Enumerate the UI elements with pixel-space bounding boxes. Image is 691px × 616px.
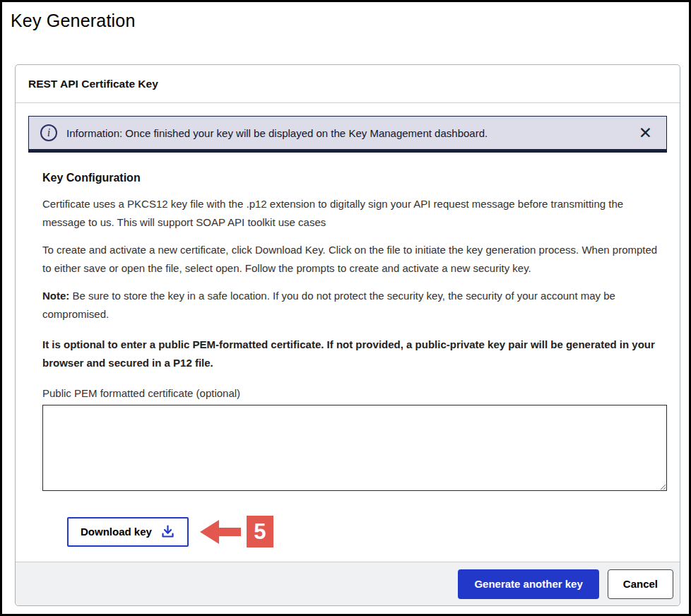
card-header: REST API Certificate Key xyxy=(16,65,680,103)
cancel-button[interactable]: Cancel xyxy=(608,569,673,599)
note-text: Be sure to store the key in a safe locat… xyxy=(42,290,615,320)
information-banner: i Information: Once finished your key wi… xyxy=(28,116,667,153)
download-key-label: Download key xyxy=(81,526,152,538)
arrow-left-icon xyxy=(200,520,241,544)
information-banner-text: Information: Once finished your key will… xyxy=(66,127,636,139)
download-row: Download key 5 xyxy=(67,516,667,547)
optional-pem-note: It is optional to enter a public PEM-for… xyxy=(42,336,667,372)
rest-api-certificate-card: REST API Certificate Key i Information: … xyxy=(15,64,680,606)
page-title: Key Generation xyxy=(11,11,136,31)
pem-textarea-label: Public PEM formatted certificate (option… xyxy=(42,387,667,399)
note-label: Note: xyxy=(42,290,69,302)
activation-instructions: To create and activate a new certificate… xyxy=(42,241,667,278)
download-icon xyxy=(160,524,175,539)
section-heading: Key Configuration xyxy=(42,172,667,184)
generate-another-key-button[interactable]: Generate another key xyxy=(458,569,598,599)
certificate-description: Certificate uses a PKCS12 key file with … xyxy=(42,195,667,232)
pem-certificate-input[interactable] xyxy=(42,405,667,491)
close-icon[interactable]: ✕ xyxy=(636,125,655,141)
step-number-badge: 5 xyxy=(247,516,273,547)
info-icon: i xyxy=(40,124,57,141)
key-generation-page: Key Generation REST API Certificate Key … xyxy=(0,0,691,616)
card-footer: Generate another key Cancel xyxy=(16,562,680,605)
download-key-button[interactable]: Download key xyxy=(67,517,189,547)
security-note: Note: Be sure to store the key in a safe… xyxy=(42,287,667,324)
key-configuration-section: Key Configuration Certificate uses a PKC… xyxy=(16,153,680,562)
